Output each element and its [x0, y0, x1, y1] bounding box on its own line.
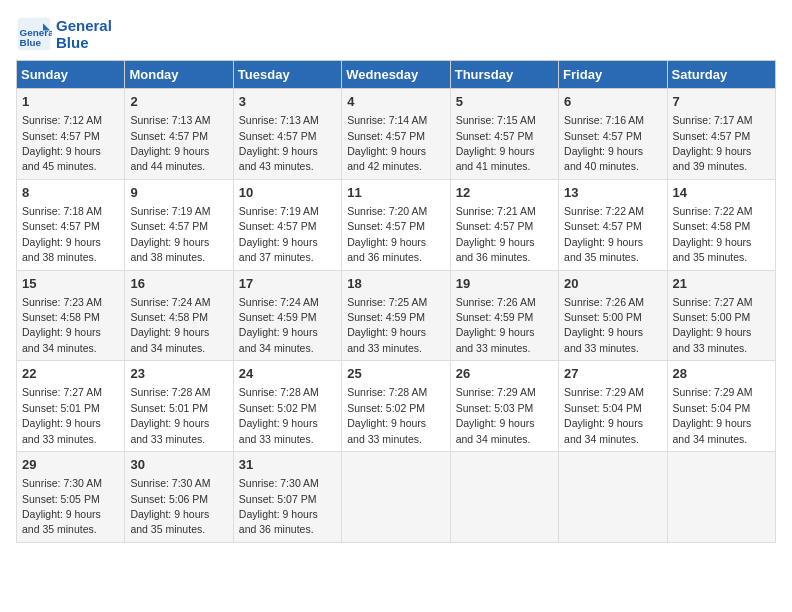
daylight-info: Daylight: 9 hours and 34 minutes. — [564, 417, 643, 444]
sunrise-info: Sunrise: 7:20 AM — [347, 205, 427, 217]
calendar-day-cell: 6Sunrise: 7:16 AMSunset: 4:57 PMDaylight… — [559, 89, 667, 180]
day-number: 24 — [239, 365, 336, 383]
calendar-day-header: Thursday — [450, 61, 558, 89]
sunrise-info: Sunrise: 7:19 AM — [130, 205, 210, 217]
calendar-day-cell: 12Sunrise: 7:21 AMSunset: 4:57 PMDayligh… — [450, 179, 558, 270]
sunset-info: Sunset: 5:00 PM — [564, 311, 642, 323]
day-number: 12 — [456, 184, 553, 202]
daylight-info: Daylight: 9 hours and 34 minutes. — [673, 417, 752, 444]
day-number: 30 — [130, 456, 227, 474]
calendar-day-cell: 26Sunrise: 7:29 AMSunset: 5:03 PMDayligh… — [450, 361, 558, 452]
sunset-info: Sunset: 4:57 PM — [347, 130, 425, 142]
daylight-info: Daylight: 9 hours and 34 minutes. — [130, 326, 209, 353]
calendar-day-cell: 11Sunrise: 7:20 AMSunset: 4:57 PMDayligh… — [342, 179, 450, 270]
sunrise-info: Sunrise: 7:18 AM — [22, 205, 102, 217]
day-number: 14 — [673, 184, 770, 202]
daylight-info: Daylight: 9 hours and 45 minutes. — [22, 145, 101, 172]
sunset-info: Sunset: 4:58 PM — [673, 220, 751, 232]
calendar-week-row: 22Sunrise: 7:27 AMSunset: 5:01 PMDayligh… — [17, 361, 776, 452]
daylight-info: Daylight: 9 hours and 37 minutes. — [239, 236, 318, 263]
sunset-info: Sunset: 4:57 PM — [130, 220, 208, 232]
calendar-day-cell: 8Sunrise: 7:18 AMSunset: 4:57 PMDaylight… — [17, 179, 125, 270]
sunset-info: Sunset: 4:59 PM — [456, 311, 534, 323]
calendar-day-header: Sunday — [17, 61, 125, 89]
day-number: 8 — [22, 184, 119, 202]
sunrise-info: Sunrise: 7:28 AM — [130, 386, 210, 398]
day-number: 9 — [130, 184, 227, 202]
logo-icon: General Blue — [16, 16, 52, 52]
sunset-info: Sunset: 4:57 PM — [22, 130, 100, 142]
calendar-week-row: 1Sunrise: 7:12 AMSunset: 4:57 PMDaylight… — [17, 89, 776, 180]
calendar-day-cell — [342, 452, 450, 543]
sunset-info: Sunset: 5:03 PM — [456, 402, 534, 414]
day-number: 11 — [347, 184, 444, 202]
daylight-info: Daylight: 9 hours and 33 minutes. — [130, 417, 209, 444]
calendar-day-cell: 15Sunrise: 7:23 AMSunset: 4:58 PMDayligh… — [17, 270, 125, 361]
day-number: 1 — [22, 93, 119, 111]
calendar-day-cell: 16Sunrise: 7:24 AMSunset: 4:58 PMDayligh… — [125, 270, 233, 361]
day-number: 6 — [564, 93, 661, 111]
sunset-info: Sunset: 5:02 PM — [347, 402, 425, 414]
sunset-info: Sunset: 4:57 PM — [564, 130, 642, 142]
calendar-day-cell — [667, 452, 775, 543]
day-number: 25 — [347, 365, 444, 383]
calendar-day-cell: 10Sunrise: 7:19 AMSunset: 4:57 PMDayligh… — [233, 179, 341, 270]
sunrise-info: Sunrise: 7:13 AM — [239, 114, 319, 126]
daylight-info: Daylight: 9 hours and 35 minutes. — [564, 236, 643, 263]
calendar-day-header: Monday — [125, 61, 233, 89]
sunset-info: Sunset: 4:59 PM — [239, 311, 317, 323]
calendar-day-cell: 29Sunrise: 7:30 AMSunset: 5:05 PMDayligh… — [17, 452, 125, 543]
day-number: 21 — [673, 275, 770, 293]
sunrise-info: Sunrise: 7:13 AM — [130, 114, 210, 126]
calendar-table: SundayMondayTuesdayWednesdayThursdayFrid… — [16, 60, 776, 543]
day-number: 22 — [22, 365, 119, 383]
sunrise-info: Sunrise: 7:15 AM — [456, 114, 536, 126]
daylight-info: Daylight: 9 hours and 34 minutes. — [239, 326, 318, 353]
calendar-day-header: Wednesday — [342, 61, 450, 89]
daylight-info: Daylight: 9 hours and 35 minutes. — [22, 508, 101, 535]
page-header: General Blue GeneralBlue — [16, 16, 776, 52]
day-number: 15 — [22, 275, 119, 293]
day-number: 31 — [239, 456, 336, 474]
calendar-day-cell: 31Sunrise: 7:30 AMSunset: 5:07 PMDayligh… — [233, 452, 341, 543]
sunrise-info: Sunrise: 7:25 AM — [347, 296, 427, 308]
calendar-day-cell: 19Sunrise: 7:26 AMSunset: 4:59 PMDayligh… — [450, 270, 558, 361]
calendar-day-cell: 22Sunrise: 7:27 AMSunset: 5:01 PMDayligh… — [17, 361, 125, 452]
logo: General Blue GeneralBlue — [16, 16, 112, 52]
calendar-day-cell: 30Sunrise: 7:30 AMSunset: 5:06 PMDayligh… — [125, 452, 233, 543]
sunset-info: Sunset: 5:06 PM — [130, 493, 208, 505]
calendar-day-cell: 25Sunrise: 7:28 AMSunset: 5:02 PMDayligh… — [342, 361, 450, 452]
calendar-day-cell — [559, 452, 667, 543]
daylight-info: Daylight: 9 hours and 43 minutes. — [239, 145, 318, 172]
calendar-day-cell: 24Sunrise: 7:28 AMSunset: 5:02 PMDayligh… — [233, 361, 341, 452]
calendar-day-cell: 17Sunrise: 7:24 AMSunset: 4:59 PMDayligh… — [233, 270, 341, 361]
sunset-info: Sunset: 4:57 PM — [456, 220, 534, 232]
day-number: 18 — [347, 275, 444, 293]
calendar-day-cell: 5Sunrise: 7:15 AMSunset: 4:57 PMDaylight… — [450, 89, 558, 180]
calendar-week-row: 8Sunrise: 7:18 AMSunset: 4:57 PMDaylight… — [17, 179, 776, 270]
sunrise-info: Sunrise: 7:19 AM — [239, 205, 319, 217]
sunset-info: Sunset: 5:04 PM — [564, 402, 642, 414]
sunrise-info: Sunrise: 7:24 AM — [130, 296, 210, 308]
sunset-info: Sunset: 4:59 PM — [347, 311, 425, 323]
daylight-info: Daylight: 9 hours and 36 minutes. — [347, 236, 426, 263]
sunrise-info: Sunrise: 7:21 AM — [456, 205, 536, 217]
calendar-day-cell: 20Sunrise: 7:26 AMSunset: 5:00 PMDayligh… — [559, 270, 667, 361]
sunset-info: Sunset: 4:58 PM — [22, 311, 100, 323]
day-number: 29 — [22, 456, 119, 474]
day-number: 28 — [673, 365, 770, 383]
day-number: 19 — [456, 275, 553, 293]
calendar-week-row: 29Sunrise: 7:30 AMSunset: 5:05 PMDayligh… — [17, 452, 776, 543]
daylight-info: Daylight: 9 hours and 38 minutes. — [130, 236, 209, 263]
sunset-info: Sunset: 4:57 PM — [456, 130, 534, 142]
sunrise-info: Sunrise: 7:29 AM — [456, 386, 536, 398]
calendar-body: 1Sunrise: 7:12 AMSunset: 4:57 PMDaylight… — [17, 89, 776, 543]
daylight-info: Daylight: 9 hours and 33 minutes. — [347, 417, 426, 444]
sunrise-info: Sunrise: 7:28 AM — [239, 386, 319, 398]
calendar-day-cell: 1Sunrise: 7:12 AMSunset: 4:57 PMDaylight… — [17, 89, 125, 180]
calendar-day-cell: 13Sunrise: 7:22 AMSunset: 4:57 PMDayligh… — [559, 179, 667, 270]
day-number: 20 — [564, 275, 661, 293]
calendar-day-cell: 2Sunrise: 7:13 AMSunset: 4:57 PMDaylight… — [125, 89, 233, 180]
sunrise-info: Sunrise: 7:29 AM — [673, 386, 753, 398]
sunrise-info: Sunrise: 7:12 AM — [22, 114, 102, 126]
